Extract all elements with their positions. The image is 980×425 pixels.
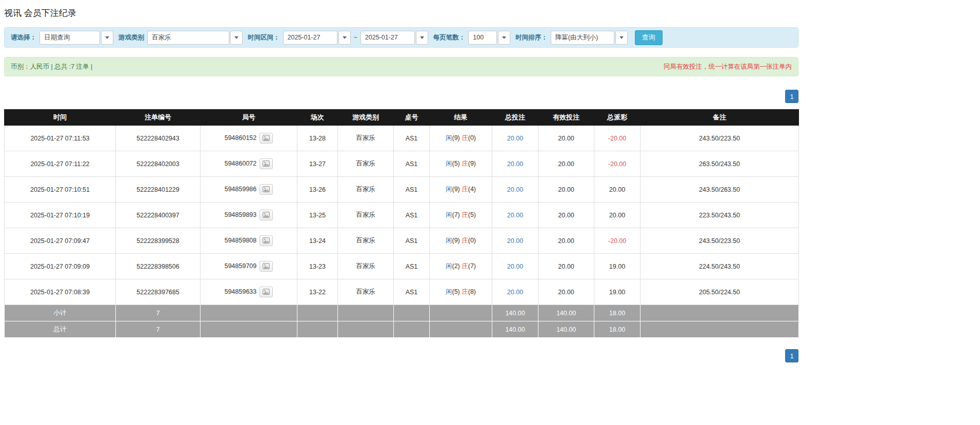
summary-label: 总计: [5, 321, 116, 338]
result-banker-label: 庄: [462, 237, 468, 244]
round-preview-button[interactable]: [259, 235, 273, 246]
cell-session: 13-26: [297, 177, 338, 203]
chevron-down-icon: [619, 36, 624, 39]
result-banker-label: 庄: [462, 262, 468, 270]
round-preview-button[interactable]: [259, 287, 273, 297]
cell-payout: 19.00: [594, 279, 641, 305]
cell-total-bet: 20.00: [492, 177, 538, 203]
cell-round: 594859709: [201, 254, 297, 279]
round-number: 594859893: [225, 211, 257, 218]
round-number: 594859808: [225, 237, 257, 244]
round-number: 594860152: [225, 134, 257, 141]
cell-bet-id: 522228400397: [116, 203, 201, 228]
cell-bet-id: 522228402003: [116, 151, 201, 177]
cell-session: 13-27: [297, 151, 338, 177]
cell-bet-id: 522228402943: [116, 126, 201, 151]
cell-total-bet: 20.00: [492, 254, 538, 279]
query-type-input[interactable]: [39, 31, 100, 45]
result-banker-label: 庄: [462, 211, 468, 218]
query-type-dropdown-button[interactable]: [101, 31, 113, 45]
cell-time: 2025-01-27 07:10:19: [5, 203, 116, 228]
game-type-input[interactable]: [147, 31, 229, 45]
date-to-dropdown-button[interactable]: [416, 31, 428, 45]
cell-round: 594859986: [201, 177, 297, 203]
cell-note: 243.50/223.50: [641, 126, 799, 151]
total-bet-link[interactable]: 20.00: [507, 135, 523, 142]
result-player-score: (2): [452, 262, 459, 270]
table-row: 2025-01-27 07:10:51 522228401229 5948599…: [5, 177, 799, 203]
game-type-dropdown-button[interactable]: [230, 31, 243, 45]
round-number: 594859709: [225, 262, 257, 270]
result-player-score: (7): [452, 211, 459, 218]
total-bet-link[interactable]: 20.00: [507, 212, 523, 219]
cell-game: 百家乐: [338, 177, 394, 203]
cell-note: 205.50/224.50: [641, 279, 799, 305]
total-bet-link[interactable]: 20.00: [507, 237, 523, 245]
total-bet-link[interactable]: 20.00: [507, 186, 523, 193]
cell-time: 2025-01-27 07:11:22: [5, 151, 116, 177]
round-preview-button[interactable]: [259, 261, 273, 272]
cell-note: 243.50/223.50: [641, 228, 799, 254]
summary-total-bet: 140.00: [492, 305, 538, 321]
date-to-input[interactable]: [361, 31, 415, 45]
per-page-dropdown-button[interactable]: [498, 31, 510, 45]
cell-note: 224.50/243.50: [641, 254, 799, 279]
chevron-down-icon: [234, 36, 238, 39]
cell-result: 闲(9) 庄(0): [430, 126, 492, 151]
cell-round: 594860072: [201, 151, 297, 177]
date-from-input[interactable]: [283, 31, 337, 45]
date-range-separator: ~: [354, 34, 357, 41]
cell-total-bet: 20.00: [492, 151, 538, 177]
cell-valid-bet: 20.00: [538, 126, 594, 151]
date-from-combo: [283, 31, 351, 45]
cell-total-bet: 20.00: [492, 203, 538, 228]
cell-result: 闲(7) 庄(5): [430, 203, 492, 228]
bet-records-table: 时间注单编号局号场次游戏类别桌号结果总投注有效投注总派彩备注 2025-01-2…: [4, 109, 799, 338]
cell-note: 243.50/263.50: [641, 177, 799, 203]
cell-note: 263.50/243.50: [641, 151, 799, 177]
cell-session: 13-28: [297, 126, 338, 151]
page-1-button[interactable]: 1: [785, 349, 798, 362]
table-body: 2025-01-27 07:11:53 522228402943 5948601…: [5, 126, 799, 305]
cell-time: 2025-01-27 07:11:53: [5, 126, 116, 151]
date-from-dropdown-button[interactable]: [338, 31, 351, 45]
cell-table: AS1: [394, 126, 430, 151]
time-sort-label: 时间排序：: [515, 33, 548, 42]
table-row: 2025-01-27 07:09:47 522228399528 5948598…: [5, 228, 799, 254]
time-sort-input[interactable]: [551, 31, 614, 45]
date-range-label: 时间区间：: [248, 33, 280, 42]
summary-empty-cell: [297, 305, 338, 321]
summary-label: 小计: [5, 305, 116, 321]
summary-count: 7: [116, 305, 201, 321]
result-player-label: 闲: [446, 186, 452, 193]
round-number: 594860072: [225, 160, 257, 167]
table-footer: 小计 7 140.00 140.00 18.00 总计 7 140.00 140…: [5, 305, 799, 338]
cell-game: 百家乐: [338, 126, 394, 151]
round-preview-button[interactable]: [259, 133, 273, 144]
result-banker-score: (9): [468, 160, 476, 167]
time-sort-dropdown-button[interactable]: [615, 31, 628, 45]
total-bet-link[interactable]: 20.00: [507, 160, 523, 168]
search-button[interactable]: 查询: [635, 30, 663, 45]
round-preview-button[interactable]: [259, 210, 273, 220]
result-player-label: 闲: [446, 288, 452, 295]
image-icon: [263, 212, 270, 218]
per-page-input[interactable]: [468, 31, 497, 45]
page-1-button[interactable]: 1: [785, 90, 798, 103]
result-player-label: 闲: [446, 134, 452, 141]
cell-total-bet: 20.00: [492, 228, 538, 254]
round-preview-button[interactable]: [259, 158, 273, 169]
image-icon: [263, 135, 270, 141]
date-to-combo: [361, 31, 428, 45]
total-bet-link[interactable]: 20.00: [507, 289, 523, 296]
round-preview-button[interactable]: [259, 184, 273, 195]
cell-bet-id: 522228399528: [116, 228, 201, 254]
summary-empty-cell: [338, 305, 394, 321]
total-bet-link[interactable]: 20.00: [507, 263, 523, 270]
cell-payout: -20.00: [594, 126, 641, 151]
cell-game: 百家乐: [338, 279, 394, 305]
cell-total-bet: 20.00: [492, 279, 538, 305]
summary-count: 7: [116, 321, 201, 338]
cell-result: 闲(5) 庄(9): [430, 151, 492, 177]
notice-text: 同局有效投注，统一计算在该局第一张注单内: [664, 63, 792, 71]
